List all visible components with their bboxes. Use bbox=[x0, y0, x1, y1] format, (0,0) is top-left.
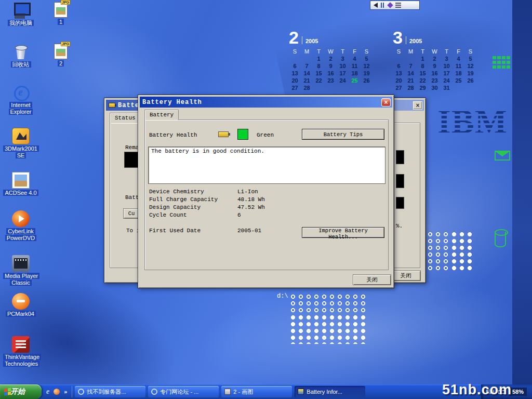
field-value: 48.18 Wh bbox=[237, 196, 265, 204]
acdsee-icon bbox=[12, 172, 30, 189]
battery-tips-button[interactable]: Battery Tips bbox=[302, 129, 384, 140]
start-button[interactable]: 开始 bbox=[0, 384, 42, 399]
field-value: 2005-01 bbox=[237, 228, 261, 235]
taskbar-task-forum[interactable]: 专门网论坛 - ... bbox=[148, 386, 219, 397]
calendar-day: 27 bbox=[393, 85, 405, 91]
calendar-day: 24 bbox=[337, 77, 349, 84]
calendar-day-header: T bbox=[313, 48, 325, 55]
calendar-grid: SMTWTFS123456789101112131415161718192021… bbox=[289, 48, 375, 91]
desktop-icon-acdsee[interactable]: ACDSee 4.0 bbox=[3, 172, 38, 196]
desktop-file-1[interactable]: JPG 1 bbox=[45, 2, 77, 25]
black-display bbox=[396, 197, 404, 209]
icon-label: Internet Explorer bbox=[9, 102, 33, 115]
calendar-day: 28 bbox=[405, 85, 417, 91]
equalizer-icon[interactable] bbox=[381, 3, 385, 8]
calendar-day: 25 bbox=[453, 77, 464, 84]
calendar-day: 4 bbox=[453, 56, 464, 62]
icon-label: Media Player Classic bbox=[3, 273, 39, 286]
dot-pattern bbox=[289, 294, 368, 314]
calendar-day: 19 bbox=[361, 70, 373, 77]
calendar-day: 25 bbox=[349, 77, 361, 84]
calendar-day: 23 bbox=[325, 77, 337, 84]
icon-label: ACDSee 4.0 bbox=[3, 190, 38, 196]
thinkvantage-icon bbox=[12, 336, 30, 353]
calendar-day bbox=[464, 85, 476, 91]
battery-icon bbox=[298, 389, 304, 395]
dialog-title: Battery Health bbox=[142, 99, 379, 106]
calendar-day: 14 bbox=[405, 70, 417, 77]
calendar-day: 10 bbox=[337, 63, 349, 70]
desktop-icon-my-computer[interactable]: 我的电脑 bbox=[3, 2, 38, 26]
field-value: 6 bbox=[237, 212, 241, 220]
desktop-icon-3dmark[interactable]: 3DMark2001 SE bbox=[3, 128, 38, 159]
display-grid-icon[interactable] bbox=[395, 3, 401, 8]
calendar-day bbox=[405, 56, 417, 62]
dot-pattern bbox=[427, 231, 450, 271]
health-status-swatch bbox=[237, 129, 248, 140]
calendar-day-header: S bbox=[393, 48, 405, 55]
ie-icon bbox=[151, 389, 157, 395]
file-label: 1 bbox=[58, 19, 64, 25]
desktop-icon-media-player-classic[interactable]: Media Player Classic bbox=[3, 255, 38, 286]
battery-icon bbox=[218, 131, 229, 137]
bg-dialog-close-button[interactable]: 关闭 bbox=[391, 270, 421, 281]
media-player-classic-icon bbox=[12, 255, 30, 272]
calendar-day: 16 bbox=[325, 70, 337, 77]
battery-percentage[interactable]: 58% bbox=[509, 388, 527, 396]
calendar-day: 14 bbox=[301, 70, 313, 77]
calendar-day bbox=[337, 85, 349, 91]
media-quicklaunch-icon[interactable] bbox=[54, 389, 60, 395]
calendar-day bbox=[453, 85, 464, 91]
calendar-day-header: T bbox=[337, 48, 349, 55]
calendar-day: 20 bbox=[289, 77, 301, 84]
calendar-year: 2005 bbox=[305, 38, 318, 46]
my-computer-icon bbox=[12, 2, 30, 19]
ie-quicklaunch-icon[interactable]: e bbox=[46, 388, 49, 395]
tab-status[interactable]: Status bbox=[110, 113, 141, 123]
desktop-icon-thinkvantage[interactable]: ThinkVantage Technologies bbox=[3, 336, 38, 367]
battery-window-icon bbox=[109, 103, 115, 108]
desktop-icon-pcmark[interactable]: PCMark04 bbox=[3, 293, 38, 317]
database-cylinder-icon bbox=[495, 232, 506, 247]
calendar-day: 13 bbox=[289, 70, 301, 77]
taskbar-task-battery-information[interactable]: Battery Infor... bbox=[295, 386, 365, 397]
calendar-day-header: S bbox=[289, 48, 301, 55]
quicklaunch-overflow-chevron[interactable]: » bbox=[64, 389, 67, 395]
calendar-divider bbox=[406, 36, 406, 44]
dot-pattern bbox=[450, 231, 474, 271]
icon-label: PCMark04 bbox=[6, 311, 36, 317]
condition-textbox[interactable]: The battery is in good condition. bbox=[148, 147, 385, 184]
desktop-icon-powerdvd[interactable]: CyberLink PowerDVD bbox=[3, 210, 38, 242]
calendar-day: 2 bbox=[429, 56, 441, 62]
calendar-day: 18 bbox=[349, 70, 361, 77]
calendar-day bbox=[301, 56, 313, 62]
field-value: 47.52 Wh bbox=[237, 204, 265, 212]
calendar-day: 12 bbox=[464, 63, 476, 70]
calendar-day: 11 bbox=[453, 63, 464, 70]
close-button[interactable]: × bbox=[413, 101, 422, 110]
close-button[interactable]: × bbox=[381, 98, 391, 107]
osd-toolbar[interactable] bbox=[370, 1, 420, 10]
taskbar-task-server[interactable]: 找不到服务器... bbox=[75, 386, 145, 397]
volume-icon[interactable] bbox=[374, 3, 378, 8]
calendar-day-header: T bbox=[417, 48, 429, 55]
improve-battery-health-button[interactable]: Improve Battery Health... bbox=[302, 227, 384, 238]
dialog-titlebar[interactable]: Battery Health × bbox=[140, 97, 392, 108]
pcmark-icon bbox=[12, 293, 30, 310]
desktop-file-2[interactable]: JPG 2 bbox=[45, 44, 77, 67]
taskbar-task-paint[interactable]: 2 - 画图 bbox=[221, 386, 292, 397]
ibm-logo: IBM bbox=[437, 102, 508, 141]
desktop-icon-recycle-bin[interactable]: 回收站 bbox=[3, 44, 38, 68]
calendar-day bbox=[289, 56, 301, 62]
desktop-icon-internet-explorer[interactable]: Internet Explorer bbox=[3, 84, 38, 115]
tab-battery[interactable]: Battery bbox=[144, 110, 179, 120]
health-status-text: Green bbox=[257, 132, 274, 138]
calendar-day bbox=[393, 56, 405, 62]
calendar-day: 17 bbox=[441, 70, 453, 77]
calendar-year: 2005 bbox=[409, 38, 422, 46]
calendar-day: 26 bbox=[464, 77, 476, 84]
calendar-day-header: F bbox=[453, 48, 464, 55]
indicator-icon[interactable] bbox=[387, 2, 393, 8]
dialog-close-button[interactable]: 关闭 bbox=[353, 274, 391, 285]
calendar-day: 16 bbox=[429, 70, 441, 77]
